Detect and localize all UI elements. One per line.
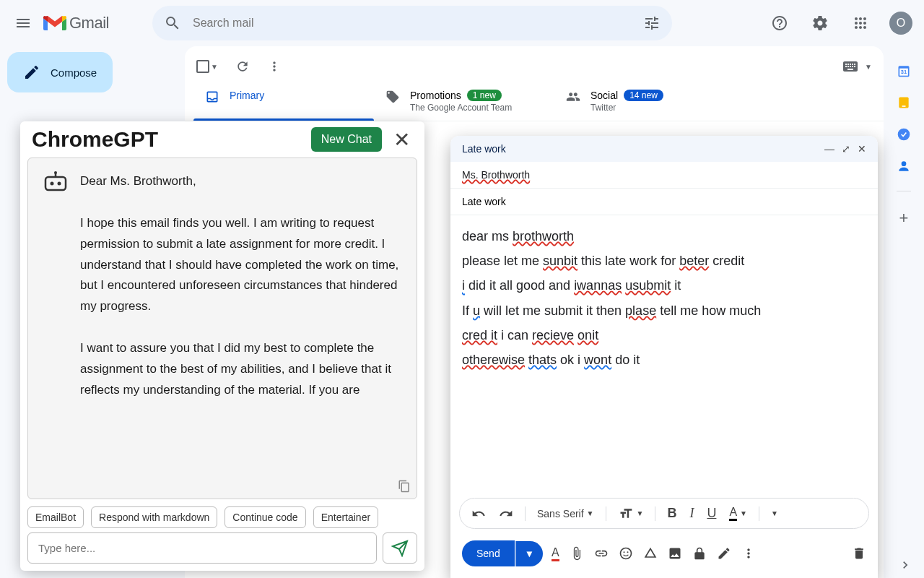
send-icon bbox=[391, 540, 409, 557]
app-header: Gmail O bbox=[0, 0, 924, 46]
minimize-button[interactable]: — bbox=[824, 143, 834, 155]
right-rail: 31 + bbox=[884, 46, 924, 228]
chromegpt-close-button[interactable]: ✕ bbox=[391, 128, 413, 152]
social-sub: Twitter bbox=[590, 103, 663, 113]
prompt-chip[interactable]: EmailBot bbox=[27, 506, 84, 528]
brand-text: Gmail bbox=[69, 14, 109, 33]
close-compose-button[interactable]: ✕ bbox=[858, 143, 866, 155]
search-options-button[interactable] bbox=[637, 9, 666, 38]
text-format-toggle[interactable]: A bbox=[552, 546, 559, 561]
drive-icon[interactable] bbox=[643, 546, 658, 561]
get-addons-button[interactable]: + bbox=[899, 209, 909, 228]
chromegpt-input[interactable] bbox=[27, 532, 377, 564]
search-input[interactable] bbox=[187, 17, 637, 30]
subject-field[interactable]: Late work bbox=[450, 189, 878, 215]
google-apps-button[interactable] bbox=[843, 6, 878, 40]
left-sidebar: Compose bbox=[0, 46, 185, 92]
bold-button[interactable]: B bbox=[663, 503, 681, 524]
social-badge: 14 new bbox=[624, 90, 663, 101]
prompt-chip[interactable]: Respond with markdown bbox=[91, 506, 217, 528]
keep-icon bbox=[897, 95, 911, 110]
chromegpt-title: ChromeGPT bbox=[32, 127, 302, 152]
tab-promotions[interactable]: Promotions 1 new The Google Account Team bbox=[374, 81, 554, 121]
rail-collapse-button[interactable] bbox=[898, 558, 912, 572]
tag-icon bbox=[385, 90, 400, 104]
tab-social[interactable]: Social 14 new Twitter bbox=[554, 81, 735, 121]
select-all[interactable]: ▼ bbox=[196, 60, 218, 73]
refresh-icon bbox=[235, 59, 250, 74]
input-tools-caret[interactable]: ▼ bbox=[865, 63, 872, 71]
keep-app[interactable] bbox=[897, 95, 911, 110]
assistant-message: Dear Ms. Brothworth, I hope this email f… bbox=[28, 158, 417, 414]
more-button[interactable] bbox=[267, 59, 282, 74]
link-icon[interactable] bbox=[594, 546, 609, 561]
compose-window-title: Late work bbox=[462, 143, 506, 155]
discard-draft-button[interactable] bbox=[852, 546, 866, 561]
more-vert-icon bbox=[267, 59, 282, 74]
emoji-icon[interactable] bbox=[619, 546, 633, 561]
hamburger-icon bbox=[14, 14, 32, 32]
settings-button[interactable] bbox=[803, 6, 837, 40]
italic-button[interactable]: I bbox=[685, 503, 698, 524]
search-button[interactable] bbox=[158, 9, 187, 38]
compose-send-row: Send ▼ A bbox=[450, 535, 878, 578]
image-icon[interactable] bbox=[668, 546, 682, 561]
account-avatar[interactable]: O bbox=[889, 12, 912, 35]
select-dropdown-caret[interactable]: ▼ bbox=[211, 63, 218, 71]
compose-button[interactable]: Compose bbox=[7, 52, 113, 92]
tab-primary[interactable]: Primary bbox=[193, 81, 374, 121]
people-icon bbox=[566, 90, 580, 104]
copy-message-button[interactable] bbox=[398, 480, 411, 493]
underline-button[interactable]: U bbox=[702, 503, 720, 524]
gmail-logo[interactable]: Gmail bbox=[43, 14, 109, 33]
redo-button[interactable] bbox=[494, 504, 518, 524]
svg-point-9 bbox=[627, 551, 628, 553]
refresh-button[interactable] bbox=[235, 59, 250, 74]
clipboard-icon bbox=[398, 480, 411, 493]
apps-grid-icon bbox=[852, 14, 869, 32]
svg-point-7 bbox=[620, 548, 631, 559]
chevron-right-icon bbox=[898, 558, 912, 572]
gear-icon bbox=[811, 14, 829, 32]
send-button[interactable]: Send bbox=[462, 540, 515, 566]
chromegpt-panel: ChromeGPT New Chat ✕ Dear Ms. Brothworth… bbox=[20, 121, 424, 571]
prompt-chip[interactable]: Entertainer bbox=[313, 506, 378, 528]
more-options-icon[interactable] bbox=[741, 546, 756, 561]
svg-point-5 bbox=[898, 129, 910, 141]
chromegpt-input-row bbox=[20, 532, 424, 571]
robot-icon bbox=[43, 171, 69, 191]
new-chat-button[interactable]: New Chat bbox=[311, 127, 382, 152]
more-formatting-button[interactable]: ▼ bbox=[767, 506, 783, 520]
calendar-app[interactable]: 31 bbox=[897, 64, 911, 78]
signature-icon[interactable] bbox=[717, 546, 731, 561]
compose-body[interactable]: dear ms brothworthplease let me sunbit t… bbox=[450, 215, 878, 498]
undo-icon bbox=[471, 506, 486, 521]
attach-icon[interactable] bbox=[570, 546, 584, 561]
search-bar[interactable] bbox=[152, 6, 672, 40]
send-options-button[interactable]: ▼ bbox=[515, 541, 543, 566]
promotions-badge: 1 new bbox=[467, 90, 502, 101]
undo-button[interactable] bbox=[467, 504, 490, 524]
font-size-button[interactable]: ▼ bbox=[614, 504, 648, 524]
tasks-icon bbox=[897, 127, 911, 142]
fullscreen-button[interactable]: ⤢ bbox=[842, 143, 850, 155]
tab-primary-label: Primary bbox=[230, 90, 264, 101]
main-menu-button[interactable] bbox=[6, 6, 40, 40]
to-field[interactable]: Ms. Brothworth bbox=[450, 162, 878, 189]
svg-point-12 bbox=[58, 182, 61, 186]
text-color-button[interactable]: A ▼ bbox=[725, 503, 751, 524]
contacts-app[interactable] bbox=[897, 159, 911, 173]
support-button[interactable] bbox=[762, 6, 797, 40]
checkbox-icon bbox=[196, 60, 209, 73]
svg-point-6 bbox=[902, 161, 907, 166]
keyboard-icon[interactable] bbox=[842, 58, 859, 75]
compose-window-header[interactable]: Late work — ⤢ ✕ bbox=[450, 136, 878, 162]
svg-point-11 bbox=[51, 182, 54, 186]
help-icon bbox=[771, 14, 788, 32]
prompt-chip[interactable]: Continue code bbox=[225, 506, 305, 528]
font-select[interactable]: Sans Serif ▼ bbox=[533, 505, 598, 522]
svg-rect-10 bbox=[45, 177, 66, 190]
confidential-icon[interactable] bbox=[692, 546, 707, 561]
chromegpt-send-button[interactable] bbox=[383, 532, 417, 564]
tasks-app[interactable] bbox=[897, 127, 911, 142]
